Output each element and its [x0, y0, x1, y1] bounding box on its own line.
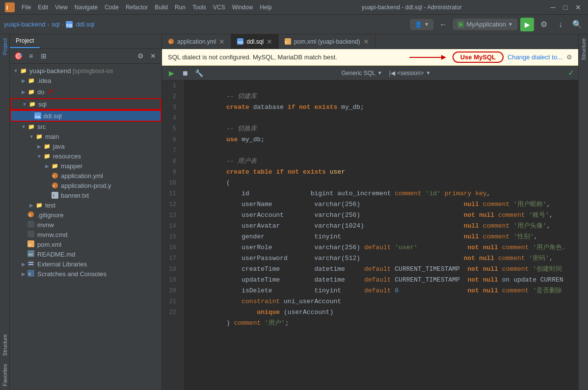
tree-arrow-root: ▼ [12, 67, 20, 75]
tree-gitignore[interactable]: G .gitignore [10, 210, 161, 220]
line-num-14: 14 [162, 221, 180, 232]
tree-arrow-java: ▶ [35, 142, 43, 150]
use-mysql-button[interactable]: Use MySQL [453, 52, 504, 63]
tree-banner-txt[interactable]: T banner.txt [10, 190, 161, 200]
tree-mapper[interactable]: ▶ 📁 mapper [10, 161, 161, 171]
line-num-6: 6 [162, 134, 180, 145]
tab-bar: Y application.yml ✕ SQL ddl.sql ✕ M [162, 34, 578, 49]
window-controls: ─ □ ✕ [549, 3, 583, 11]
tab-ddl-sql[interactable]: SQL ddl.sql ✕ [231, 34, 279, 49]
menu-tools[interactable]: Tools [189, 3, 209, 12]
structure-sidebar-tab[interactable]: Structure [0, 330, 10, 360]
line-num-10: 10 [162, 178, 180, 188]
tree-readme[interactable]: MD README.md [10, 249, 161, 259]
tree-resources[interactable]: ▼ 📁 resources [10, 151, 161, 161]
menu-navigate[interactable]: Navigate [72, 3, 101, 12]
tree-src[interactable]: ▼ 📁 src [10, 122, 161, 131]
code-editor[interactable]: 1 2 3 4 5 6 7 8 9 10 11 12 13 14 15 16 1… [162, 80, 578, 390]
project-sidebar-tab[interactable]: Project [0, 34, 10, 59]
tree-main[interactable]: ▼ 📁 main [10, 131, 161, 141]
tree-application-prod[interactable]: Y application-prod.y [10, 181, 161, 190]
tab-close-app-yml[interactable]: ✕ [219, 38, 225, 46]
left-sidebar-labels: Project Structure Favorites [0, 34, 10, 390]
tree-ext-libs[interactable]: ▶ External Libraries [10, 259, 161, 269]
update-button[interactable]: ↓ [554, 18, 567, 31]
tree-java[interactable]: ▶ 📁 java [10, 141, 161, 151]
maximize-button[interactable]: □ [561, 3, 569, 11]
menu-view[interactable]: View [52, 3, 71, 12]
sidebar-expand-button[interactable]: ⊞ [38, 51, 49, 61]
tree-idea[interactable]: ▶ 📁 .idea [10, 76, 161, 85]
back-button[interactable]: ← [436, 18, 450, 31]
folder-icon-java: 📁 [43, 142, 51, 150]
minimize-button[interactable]: ─ [549, 3, 558, 11]
line-num-19: 19 [162, 275, 180, 286]
breadcrumb-file[interactable]: ddl.sql [76, 21, 95, 28]
git-icon: G [27, 211, 35, 219]
close-button[interactable]: ✕ [573, 3, 583, 11]
settings-button[interactable]: ⚙ [537, 18, 551, 31]
tab-label-ddl: ddl.sql [246, 38, 264, 45]
run-button[interactable]: ▶ [520, 18, 534, 31]
tree-root[interactable]: ▼ 📁 yuapi-backend [springboot-ini [10, 66, 161, 76]
tree-do[interactable]: ▶ 📁 do ↗ [10, 85, 161, 98]
tree-arrow-test: ▶ [27, 201, 35, 209]
tree-arrow-resources: ▼ [35, 152, 43, 160]
folder-icon-root: 📁 [20, 67, 27, 75]
red-arrow-1: ↗ [46, 86, 53, 97]
yaml-tab-icon: Y [168, 38, 174, 45]
main-content: Project Structure Favorites Project 🎯 ≡ … [0, 34, 588, 390]
app-dropdown[interactable]: MyApplication ▼ [453, 19, 517, 30]
code-line-7: -- 用户表 [188, 145, 574, 156]
change-dialect-link[interactable]: Change dialect to... [508, 53, 562, 61]
favorites-sidebar-tab[interactable]: Favorites [0, 360, 10, 390]
format-button[interactable]: 🔧 [193, 68, 204, 78]
session-select[interactable]: |◀ <session> ▼ [389, 70, 431, 77]
tree-sql-folder[interactable]: ▼ 📁 sql [10, 98, 161, 110]
menu-refactor[interactable]: Refactor [123, 3, 151, 12]
tree-mvnw-cmd[interactable]: mvnw.cmd [10, 230, 161, 239]
tree-application-yml[interactable]: Y application.yml [10, 171, 161, 181]
svg-text:G: G [28, 213, 31, 217]
menu-help[interactable]: Help [257, 3, 275, 12]
menu-code[interactable]: Code [102, 3, 122, 12]
stop-button[interactable]: ⏹ [180, 68, 190, 78]
line-num-17: 17 [162, 253, 180, 264]
sidebar-tab-project[interactable]: Project [10, 34, 40, 48]
dialect-settings-icon[interactable]: ⚙ [566, 53, 572, 61]
tab-application-yml[interactable]: Y application.yml ✕ [162, 34, 231, 49]
sidebar-collapse-all-button[interactable]: ≡ [26, 51, 36, 61]
menu-vcs[interactable]: VCS [210, 3, 228, 12]
tree-ddl-sql[interactable]: SQL ddl.sql [10, 110, 161, 122]
svg-rect-24 [28, 264, 33, 265]
menu-file[interactable]: File [19, 3, 34, 12]
tab-close-ddl[interactable]: ✕ [267, 38, 272, 46]
tab-pom-xml[interactable]: M pom.xml (yuapi-backend) ✕ [279, 34, 375, 49]
folder-icon-sql: 📁 [28, 100, 36, 108]
tab-close-pom[interactable]: ✕ [363, 38, 369, 46]
tree-scratches[interactable]: ▶ S Scratches and Consoles [10, 269, 161, 279]
code-content[interactable]: -- 切建库 create database if not exists my_… [184, 80, 578, 390]
tree-pom-xml[interactable]: M pom.xml [10, 239, 161, 249]
dialect-select[interactable]: Generic SQL ▼ [341, 70, 382, 77]
menu-run[interactable]: Run [172, 3, 188, 12]
menu-build[interactable]: Build [152, 3, 171, 12]
menu-window[interactable]: Window [229, 3, 256, 12]
tree-label-app-yml: application.yml [61, 172, 103, 180]
breadcrumb-project[interactable]: yuapi-backend [4, 21, 46, 28]
menu-edit[interactable]: Edit [35, 3, 51, 12]
execute-button[interactable]: ▶ [166, 68, 177, 78]
profile-dropdown[interactable]: 👤 ▼ [410, 19, 433, 30]
session-label: <session> [397, 70, 424, 77]
tree-mvnw[interactable]: mvnw [10, 220, 161, 230]
breadcrumb-sql[interactable]: sql [52, 21, 60, 28]
sql-tab-icon: SQL [237, 38, 243, 45]
sidebar-locate-button[interactable]: 🎯 [13, 51, 24, 61]
tree-test[interactable]: ▶ 📁 test [10, 200, 161, 210]
line-num-11: 11 [162, 188, 180, 199]
sidebar-close-button[interactable]: ✕ [148, 51, 159, 61]
sidebar-settings-button[interactable]: ⚙ [135, 51, 146, 61]
structure-label[interactable]: Structure [579, 34, 588, 64]
tree-label-root: yuapi-backend [springboot-ini [29, 67, 113, 75]
search-button[interactable]: 🔍 [570, 18, 584, 31]
